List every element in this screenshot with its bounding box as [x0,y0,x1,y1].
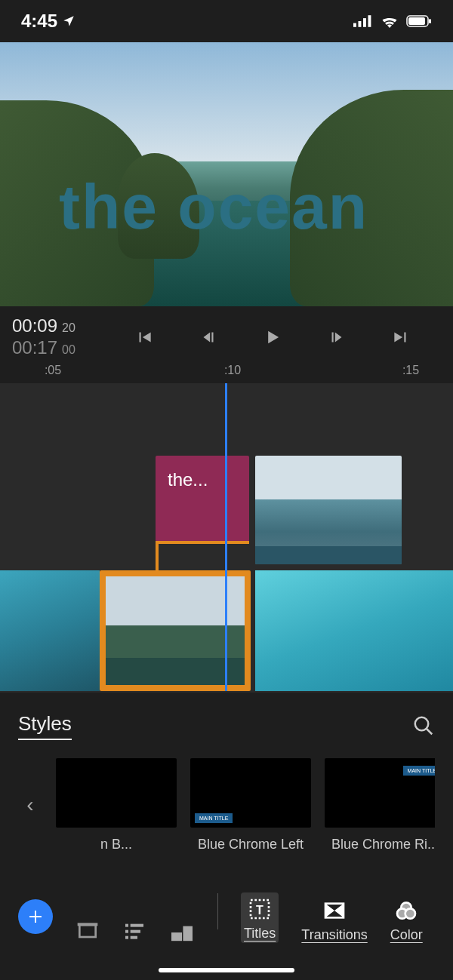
step-back-button[interactable] [193,322,223,352]
play-button[interactable] [257,322,288,352]
svg-point-7 [415,717,429,731]
ruler-mark: :15 [402,364,419,377]
color-label: Color [390,927,423,943]
svg-rect-14 [131,929,140,932]
skip-end-button[interactable] [386,322,416,352]
ruler-mark: :05 [45,364,61,377]
battery-icon [406,14,432,28]
current-time: 00:09 [12,315,57,337]
svg-rect-2 [363,18,366,27]
svg-rect-10 [78,923,98,926]
svg-point-24 [405,908,415,918]
titles-button[interactable]: T Titles [241,892,279,943]
total-time: 00:17 [12,337,57,359]
project-button[interactable] [76,919,100,943]
skip-start-button[interactable] [129,322,159,352]
styles-panel: Styles ‹ n B... MAIN TITLE Blue Chrome L… [0,693,453,860]
svg-rect-15 [125,935,128,939]
status-bar: 4:45 [0,0,453,42]
svg-rect-0 [353,23,356,27]
video-clip-a[interactable] [0,570,100,691]
video-preview[interactable]: the ocean [0,42,453,306]
style-item[interactable]: MAIN TITLE Blue Chrome Ri... [325,758,435,853]
timeline-ruler[interactable]: :05 :10 :15 [0,364,453,383]
home-indicator[interactable] [159,968,294,972]
transitions-button[interactable]: Transitions [301,899,367,943]
current-frames: 20 [62,321,76,335]
style-carousel[interactable]: ‹ n B... MAIN TITLE Blue Chrome Left MAI… [18,758,435,853]
title-clip[interactable]: the... [156,456,249,542]
video-clip-c[interactable] [255,570,453,691]
svg-rect-18 [183,926,193,941]
svg-rect-1 [359,21,362,27]
search-icon[interactable] [412,714,435,737]
titles-label: Titles [244,926,276,942]
bottom-toolbar: T Titles Transitions Color [0,860,453,951]
video-clip-selected[interactable] [100,570,251,691]
transitions-label: Transitions [301,927,367,943]
toolbar-divider [217,893,218,929]
svg-rect-3 [368,15,371,27]
svg-rect-5 [408,17,425,25]
style-item[interactable]: MAIN TITLE Blue Chrome Left [190,758,311,853]
timecodes: 00:0920 00:1700 [12,315,103,359]
ruler-mark: :10 [224,364,241,377]
panel-title[interactable]: Styles [18,712,72,740]
svg-rect-13 [125,929,128,932]
svg-text:T: T [256,903,263,916]
arrange-button[interactable] [169,922,195,943]
cellular-icon [353,14,373,28]
svg-rect-9 [79,925,95,937]
svg-rect-6 [429,19,431,23]
style-label: Blue Chrome Left [198,837,304,853]
transport-bar: 00:0920 00:1700 [0,306,453,364]
timeline[interactable]: the... [0,383,453,693]
svg-rect-11 [125,923,128,926]
svg-rect-17 [171,932,182,941]
audio-waveform [255,546,402,564]
wifi-icon [381,14,399,28]
list-button[interactable] [122,919,146,943]
style-label: Blue Chrome Ri... [331,837,435,853]
playhead[interactable] [225,383,227,691]
svg-rect-16 [131,935,137,939]
status-time: 4:45 [21,11,57,32]
styles-back-button[interactable]: ‹ [18,793,42,817]
total-frames: 00 [62,343,76,357]
svg-line-8 [427,729,433,735]
step-forward-button[interactable] [322,322,352,352]
add-button[interactable] [18,899,53,934]
title-overlay-text: the ocean [59,171,368,244]
svg-rect-12 [131,923,143,926]
style-label: n B... [100,837,132,853]
location-icon [62,14,76,28]
video-clip-upper[interactable] [255,456,402,564]
color-button[interactable]: Color [390,899,423,943]
status-right [353,14,432,28]
style-item[interactable]: n B... [56,758,177,853]
